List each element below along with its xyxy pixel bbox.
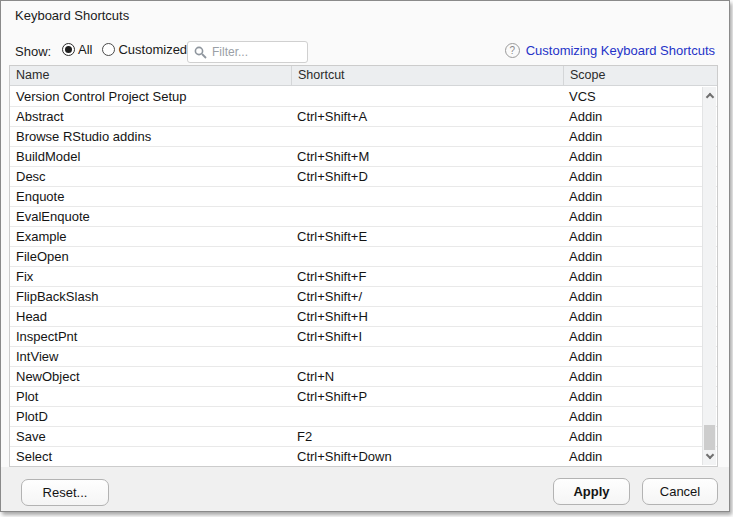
cell-name: Fix: [10, 267, 291, 286]
cell-shortcut: [291, 207, 563, 226]
cell-scope: Addin: [563, 227, 717, 246]
table-row[interactable]: SaveF2Addin: [10, 427, 717, 447]
cell-scope: Addin: [563, 107, 717, 126]
scrollbar-thumb[interactable]: [704, 425, 715, 450]
cell-scope: Addin: [563, 287, 717, 306]
cell-scope: Addin: [563, 447, 717, 466]
cell-shortcut: Ctrl+Shift+I: [291, 327, 563, 346]
table-row[interactable]: FixCtrl+Shift+FAddin: [10, 267, 717, 287]
cell-shortcut: Ctrl+Shift+P: [291, 387, 563, 406]
dialog-title: Keyboard Shortcuts: [15, 8, 129, 23]
cell-name: BuildModel: [10, 147, 291, 166]
scrollbar-up-button[interactable]: [703, 88, 716, 103]
radio-all-label: All: [78, 42, 92, 57]
dialog-footer: Reset... Apply Cancel: [1, 467, 729, 511]
cell-name: FlipBackSlash: [10, 287, 291, 306]
cell-shortcut: [291, 187, 563, 206]
cell-scope: Addin: [563, 207, 717, 226]
table-row[interactable]: InspectPntCtrl+Shift+IAddin: [10, 327, 717, 347]
table-row[interactable]: FileOpenAddin: [10, 247, 717, 267]
dialog-titlebar[interactable]: Keyboard Shortcuts: [1, 1, 729, 31]
cell-scope: Addin: [563, 127, 717, 146]
keyboard-shortcuts-dialog: Keyboard Shortcuts Show: All Customized …: [0, 0, 730, 512]
cell-shortcut: [291, 347, 563, 366]
help-area: ? Customizing Keyboard Shortcuts: [505, 43, 715, 58]
radio-customized-circle[interactable]: [102, 43, 115, 56]
cell-shortcut: Ctrl+Shift+D: [291, 167, 563, 186]
apply-button[interactable]: Apply: [553, 478, 630, 505]
cell-scope: Addin: [563, 347, 717, 366]
cell-scope: Addin: [563, 427, 717, 446]
cell-shortcut: Ctrl+Shift+A: [291, 107, 563, 126]
table-row[interactable]: HeadCtrl+Shift+HAddin: [10, 307, 717, 327]
vertical-scrollbar[interactable]: [702, 87, 716, 465]
scrollbar-down-button[interactable]: [703, 449, 716, 464]
search-icon: [194, 46, 207, 59]
filter-box[interactable]: [187, 41, 308, 63]
table-row[interactable]: Version Control Project SetupVCS: [10, 87, 717, 107]
cell-name: Enquote: [10, 187, 291, 206]
cell-name: Head: [10, 307, 291, 326]
table-row[interactable]: Browse RStudio addinsAddin: [10, 127, 717, 147]
cell-scope: Addin: [563, 367, 717, 386]
table-row[interactable]: DescCtrl+Shift+DAddin: [10, 167, 717, 187]
chevron-down-icon: [705, 451, 713, 459]
cell-shortcut: [291, 127, 563, 146]
table-row[interactable]: PlotDAddin: [10, 407, 717, 427]
cell-shortcut: Ctrl+Shift+H: [291, 307, 563, 326]
cell-shortcut: [291, 87, 563, 106]
cell-scope: Addin: [563, 187, 717, 206]
cell-shortcut: F2: [291, 427, 563, 446]
table-header: Name Shortcut Scope: [10, 66, 717, 86]
radio-all-circle[interactable]: [62, 43, 75, 56]
radio-all[interactable]: All: [62, 42, 92, 57]
cell-name: Save: [10, 427, 291, 446]
table-row[interactable]: FlipBackSlashCtrl+Shift+/Addin: [10, 287, 717, 307]
column-header-scope[interactable]: Scope: [563, 66, 717, 85]
filter-input[interactable]: [212, 45, 301, 59]
cell-name: FileOpen: [10, 247, 291, 266]
column-header-shortcut[interactable]: Shortcut: [291, 66, 563, 85]
cell-scope: Addin: [563, 407, 717, 426]
radio-customized-label: Customized: [118, 42, 187, 57]
column-header-name[interactable]: Name: [10, 66, 291, 85]
table-row[interactable]: ExampleCtrl+Shift+EAddin: [10, 227, 717, 247]
cancel-button[interactable]: Cancel: [642, 478, 718, 505]
help-question-icon[interactable]: ?: [505, 43, 520, 58]
shortcuts-table: Name Shortcut Scope Version Control Proj…: [9, 65, 718, 467]
show-radio-group: All Customized: [62, 42, 187, 57]
table-body: Version Control Project SetupVCSAbstract…: [10, 87, 717, 466]
cell-scope: Addin: [563, 167, 717, 186]
cell-name: Abstract: [10, 107, 291, 126]
table-row[interactable]: EnquoteAddin: [10, 187, 717, 207]
cell-shortcut: Ctrl+Shift+F: [291, 267, 563, 286]
show-label: Show:: [15, 44, 51, 59]
table-row[interactable]: EvalEnquoteAddin: [10, 207, 717, 227]
cell-shortcut: Ctrl+N: [291, 367, 563, 386]
cell-name: PlotD: [10, 407, 291, 426]
cell-shortcut: Ctrl+Shift+/: [291, 287, 563, 306]
cell-scope: VCS: [563, 87, 717, 106]
cell-name: InspectPnt: [10, 327, 291, 346]
radio-customized[interactable]: Customized: [102, 42, 187, 57]
cell-name: IntView: [10, 347, 291, 366]
reset-button[interactable]: Reset...: [21, 479, 109, 506]
customizing-shortcuts-link[interactable]: Customizing Keyboard Shortcuts: [526, 43, 715, 58]
table-row[interactable]: SelectCtrl+Shift+DownAddin: [10, 447, 717, 466]
table-row[interactable]: AbstractCtrl+Shift+AAddin: [10, 107, 717, 127]
cell-scope: Addin: [563, 247, 717, 266]
table-row[interactable]: IntViewAddin: [10, 347, 717, 367]
cell-name: Plot: [10, 387, 291, 406]
cell-name: Browse RStudio addins: [10, 127, 291, 146]
chevron-up-icon: [705, 93, 713, 101]
table-row[interactable]: NewObjectCtrl+NAddin: [10, 367, 717, 387]
table-row[interactable]: PlotCtrl+Shift+PAddin: [10, 387, 717, 407]
cell-scope: Addin: [563, 387, 717, 406]
cell-scope: Addin: [563, 307, 717, 326]
cell-name: EvalEnquote: [10, 207, 291, 226]
cell-name: Select: [10, 447, 291, 466]
cell-scope: Addin: [563, 267, 717, 286]
table-row[interactable]: BuildModelCtrl+Shift+MAddin: [10, 147, 717, 167]
cell-shortcut: [291, 407, 563, 426]
cell-shortcut: Ctrl+Shift+Down: [291, 447, 563, 466]
